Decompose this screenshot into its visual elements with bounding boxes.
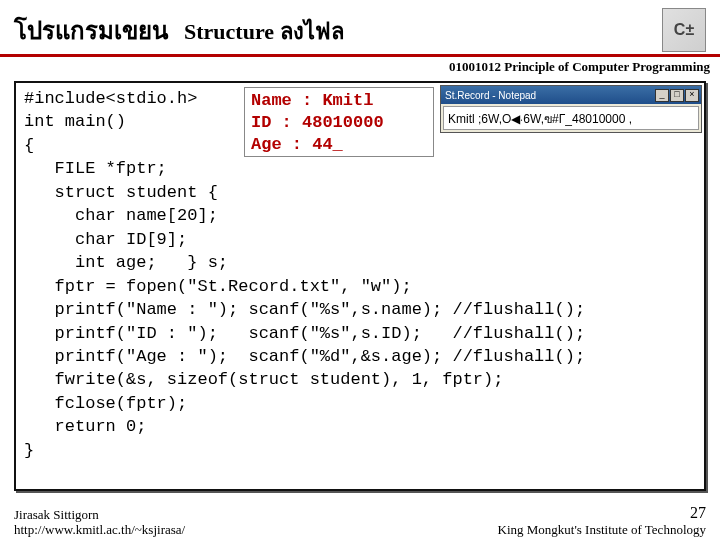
logo-text: C± <box>674 21 694 39</box>
slide-footer: Jirasak Sittigorn http://www.kmitl.ac.th… <box>0 503 720 540</box>
console-overlay: Name : Kmitl ID : 48010000 Age : 44_ <box>244 87 434 157</box>
slide-header: โปรแกรมเขยน Structure ลงไฟล C± <box>0 0 720 54</box>
notepad-window: St.Record - Notepad _ □ × Kmitl ;6W,O◀⸱6… <box>440 85 702 133</box>
maximize-button[interactable]: □ <box>670 89 684 102</box>
minimize-button[interactable]: _ <box>655 89 669 102</box>
slide-number: 27 <box>498 503 706 522</box>
notepad-content: Kmitl ;6W,O◀⸱6W,ฃ#Γ_48010000 , <box>443 106 699 130</box>
title-group: โปรแกรมเขยน Structure ลงไฟล <box>14 11 344 50</box>
close-button[interactable]: × <box>685 89 699 102</box>
console-line-2: ID : 48010000 <box>251 113 384 132</box>
code-container: #include<stdio.h> int main() { FILE *fpt… <box>14 81 706 491</box>
footer-right: 27 King Mongkut's Institute of Technolog… <box>498 503 706 538</box>
window-buttons: _ □ × <box>655 89 699 102</box>
console-line-3: Age : 44_ <box>251 135 343 154</box>
cpp-logo: C± <box>662 8 706 52</box>
footer-left: Jirasak Sittigorn http://www.kmitl.ac.th… <box>14 507 185 538</box>
author-url: http://www.kmitl.ac.th/~ksjirasa/ <box>14 522 185 538</box>
notepad-title: St.Record - Notepad <box>445 90 536 101</box>
title-en: Structure ลงไฟล <box>184 14 344 49</box>
course-subtitle: 01001012 Principle of Computer Programmi… <box>0 59 720 75</box>
institute-name: King Mongkut's Institute of Technology <box>498 522 706 538</box>
author-name: Jirasak Sittigorn <box>14 507 185 523</box>
divider-bar <box>0 54 720 57</box>
console-line-1: Name : Kmitl <box>251 91 373 110</box>
title-thai: โปรแกรมเขยน <box>14 11 168 50</box>
notepad-titlebar: St.Record - Notepad _ □ × <box>441 86 701 104</box>
